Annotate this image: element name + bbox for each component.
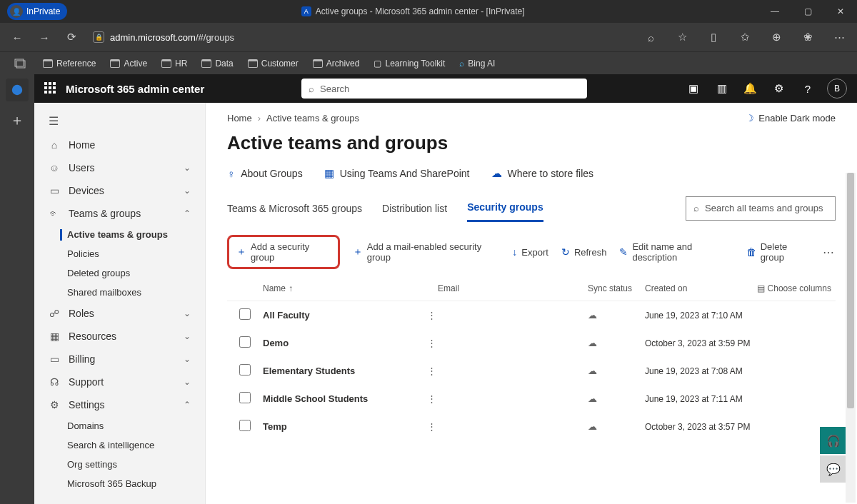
bookmark-customer[interactable]: Customer (242, 56, 304, 71)
table-row[interactable]: Elementary Students ⋮ ☁ June 19, 2023 at… (227, 357, 836, 385)
nav-billing[interactable]: ▭Billing⌄ (34, 348, 205, 371)
close-button[interactable]: ✕ (824, 0, 857, 23)
bookmark-active[interactable]: Active (104, 56, 153, 71)
row-more-icon[interactable]: ⋮ (427, 393, 438, 404)
more-commands-button[interactable]: ⋯ (823, 246, 836, 259)
nav-roles[interactable]: ☍Roles⌄ (34, 302, 205, 325)
table-row[interactable]: Demo ⋮ ☁ October 3, 2023 at 3:59 PM (227, 329, 836, 357)
table-row[interactable]: Middle School Students ⋮ ☁ June 19, 2023… (227, 385, 836, 413)
reading-icon[interactable]: ▯ (701, 25, 726, 49)
new-tab-button[interactable]: ＋ (6, 109, 29, 131)
favorites-bar-icon[interactable]: ✩ (733, 25, 757, 49)
table-row[interactable]: All Faculty ⋮ ☁ June 19, 2023 at 7:10 AM (227, 301, 836, 329)
bookmark-archived[interactable]: Archived (307, 56, 366, 71)
tab-security-groups[interactable]: Security groups (467, 194, 543, 222)
tab-actions-icon[interactable] (6, 52, 34, 75)
bookmark-learning[interactable]: ▢Learning Toolkit (368, 56, 451, 71)
row-more-icon[interactable]: ⋮ (427, 366, 438, 376)
bookmark-hr[interactable]: HR (156, 56, 193, 71)
row-more-icon[interactable]: ⋮ (427, 310, 438, 321)
dark-mode-toggle[interactable]: ☽Enable Dark mode (746, 113, 836, 124)
app-launcher-icon[interactable] (44, 82, 57, 95)
shell-icon-1[interactable]: ▣ (684, 79, 703, 98)
shell-icon-2[interactable]: ▥ (713, 79, 731, 98)
notifications-icon[interactable]: 🔔 (741, 79, 760, 98)
nav-users[interactable]: ☺Users⌄ (34, 156, 205, 179)
nav-shared-mailboxes[interactable]: Shared mailboxes (34, 283, 205, 302)
col-sync[interactable]: Sync status (588, 283, 645, 293)
search-url-icon[interactable]: ⌕ (638, 25, 663, 49)
learn-teams-sharepoint[interactable]: ▦Using Teams And SharePoint (324, 167, 470, 180)
inprivate-label: InPrivate (26, 6, 60, 16)
nav-toggle[interactable]: ☰ (34, 109, 205, 133)
scrollbar[interactable] (846, 173, 856, 503)
global-search[interactable]: ⌕ Search (301, 79, 587, 99)
learn-store-files[interactable]: ☁Where to store files (491, 167, 594, 180)
row-checkbox[interactable] (239, 308, 251, 320)
nav-settings[interactable]: ⚙Settings⌃ (34, 393, 205, 416)
choose-columns-button[interactable]: ▤ Choose columns (756, 283, 836, 293)
col-created[interactable]: Created on (645, 283, 756, 293)
tab-distribution-list[interactable]: Distribution list (382, 196, 447, 221)
refresh-list-button[interactable]: ↻Refresh (561, 246, 607, 258)
learn-about-groups[interactable]: ♀About Groups (227, 167, 303, 180)
tab-m365-groups[interactable]: Teams & Microsoft 365 groups (227, 196, 362, 221)
add-mail-security-group-button[interactable]: ＋Add a mail-enabled security group (353, 241, 500, 263)
address-bar[interactable]: 🔒 admin.microsoft.com/#/groups (87, 31, 634, 43)
row-more-icon[interactable]: ⋮ (427, 338, 438, 348)
page-title: Active teams and groups (227, 132, 836, 154)
feedback-button[interactable]: 💬 (820, 455, 847, 483)
export-button[interactable]: ↓Export (512, 246, 548, 258)
settings-icon[interactable]: ⚙ (770, 79, 788, 98)
row-checkbox[interactable] (239, 336, 251, 348)
more-icon[interactable]: ⋯ (827, 25, 851, 49)
row-checkbox[interactable] (239, 392, 251, 403)
extensions-icon[interactable]: ❀ (796, 25, 820, 49)
nav-home[interactable]: ⌂Home (34, 133, 205, 156)
nav-devices[interactable]: ▭Devices⌄ (34, 179, 205, 202)
nav-search-intelligence[interactable]: Search & intelligence (34, 435, 205, 455)
bookmark-data[interactable]: Data (196, 56, 239, 71)
nav-m365-backup[interactable]: Microsoft 365 Backup (34, 474, 205, 493)
account-avatar[interactable]: B (827, 79, 847, 99)
breadcrumb-current: Active teams & groups (266, 113, 359, 124)
nav-resources[interactable]: ▦Resources⌄ (34, 325, 205, 348)
nav-org-settings[interactable]: Org settings (34, 455, 205, 474)
minimize-button[interactable]: ― (758, 0, 791, 23)
collections-icon[interactable]: ⊕ (764, 25, 788, 49)
scroll-thumb[interactable] (847, 173, 854, 408)
add-security-group-button[interactable]: ＋Add a security group (227, 235, 340, 269)
help-icon[interactable]: ? (798, 79, 817, 98)
nav-active-teams-groups[interactable]: Active teams & groups (34, 225, 205, 244)
edit-name-description-button[interactable]: ✎Edit name and description (619, 241, 733, 263)
row-more-icon[interactable]: ⋮ (427, 421, 438, 432)
nav-domains[interactable]: Domains (34, 416, 205, 435)
row-checkbox[interactable] (239, 364, 251, 376)
app-title: Microsoft 365 admin center (66, 83, 204, 95)
help-headset-button[interactable]: 🎧 (820, 427, 847, 454)
nav-support[interactable]: ☊Support⌄ (34, 371, 205, 393)
delete-group-button[interactable]: 🗑Delete group (746, 241, 810, 263)
breadcrumb-home[interactable]: Home (227, 113, 252, 124)
col-email[interactable]: Email (438, 283, 588, 293)
home-icon: ⌂ (49, 139, 60, 151)
back-button[interactable]: ← (6, 26, 29, 49)
bookmark-bingai[interactable]: ⌕Bing AI (453, 56, 501, 71)
nav-teams-groups[interactable]: ᯤTeams & groups⌃ (34, 202, 205, 225)
table-row[interactable]: Temp ⋮ ☁ October 3, 2023 at 3:57 PM (227, 413, 836, 440)
nav-policies[interactable]: Policies (34, 244, 205, 263)
site-info-icon[interactable]: 🔒 (93, 31, 104, 43)
col-name[interactable]: Name ↑ (263, 283, 438, 293)
edge-sidebar-icon[interactable] (6, 79, 29, 101)
cloud-sync-icon: ☁ (588, 393, 645, 404)
forward-button[interactable]: → (33, 26, 56, 49)
bookmark-reference[interactable]: Reference (37, 56, 101, 71)
support-icon: ☊ (49, 376, 60, 388)
inprivate-badge[interactable]: 👤 InPrivate (7, 3, 67, 20)
row-checkbox[interactable] (239, 420, 251, 431)
favorite-icon[interactable]: ☆ (670, 25, 694, 49)
nav-deleted-groups[interactable]: Deleted groups (34, 263, 205, 283)
maximize-button[interactable]: ▢ (791, 0, 824, 23)
groups-search[interactable]: ⌕Search all teams and groups (686, 196, 836, 221)
refresh-button[interactable]: ⟳ (60, 26, 83, 49)
